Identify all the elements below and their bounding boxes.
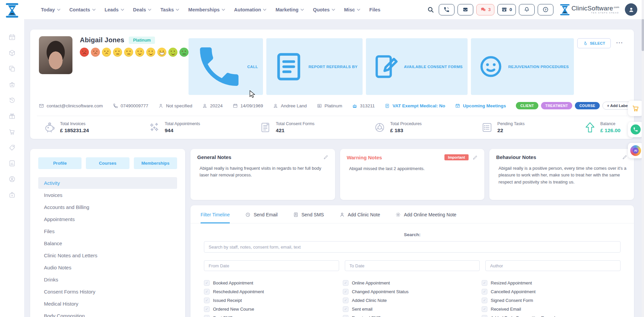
client-action-button[interactable]: CALL xyxy=(189,38,263,95)
nav-item[interactable]: Today xyxy=(41,7,60,12)
profile-tab[interactable]: Courses xyxy=(86,157,129,169)
page-scrollbar[interactable] xyxy=(642,0,644,317)
timeline-filter-option[interactable]: Rescheduled Appointment xyxy=(204,289,343,295)
menu-item[interactable]: Audio Notes xyxy=(38,262,177,273)
timeline-tab[interactable]: Send SMS xyxy=(293,212,324,223)
checkbox[interactable] xyxy=(482,306,487,312)
client-action-button[interactable]: AVAILABLE CONSENT FORMS xyxy=(366,38,468,95)
menu-item[interactable]: Balance xyxy=(38,237,177,249)
menu-item[interactable]: Accounts and Billing xyxy=(38,201,177,213)
nav-item[interactable]: Deals xyxy=(133,7,152,12)
tag-icon[interactable] xyxy=(8,144,16,151)
menu-item[interactable]: Consent Forms History xyxy=(38,286,177,298)
checkbox[interactable] xyxy=(204,315,210,317)
client-detail[interactable]: VAT Exempt Medical: No xyxy=(385,103,445,108)
checkbox[interactable] xyxy=(482,298,487,303)
help-button[interactable]: ? xyxy=(538,4,553,15)
nav-item[interactable]: Tasks xyxy=(160,7,179,12)
account-circle-icon[interactable] xyxy=(8,175,16,183)
satisfaction-emoji[interactable] xyxy=(146,48,155,57)
timeline-filter-option[interactable]: Changed Appointment Status xyxy=(343,289,482,295)
timeline-filter-option[interactable]: Signed Consent Form xyxy=(482,298,621,303)
menu-item[interactable]: Clinic Notes and Letters xyxy=(38,250,177,261)
nav-item[interactable]: Automation xyxy=(234,7,267,12)
bag-download-icon[interactable] xyxy=(8,81,16,88)
clinicsoftware-wordmark[interactable]: ClinicSoftware.com TEN STEPS AHEAD xyxy=(560,4,619,15)
timeline-filter-option[interactable]: Added Clinic Note xyxy=(343,298,482,303)
checkbox[interactable] xyxy=(343,289,348,295)
client-action-button[interactable]: REPORT REFERRALS BY xyxy=(266,38,363,95)
nav-item[interactable]: Contacts xyxy=(69,7,96,12)
satisfaction-emoji[interactable] xyxy=(113,48,122,57)
satisfaction-emoji[interactable] xyxy=(135,48,144,57)
client-detail[interactable]: 07490009777 xyxy=(113,103,149,108)
checkbox[interactable] xyxy=(482,280,487,286)
cart-icon[interactable] xyxy=(8,128,16,136)
satisfaction-emoji[interactable] xyxy=(179,48,189,57)
client-detail[interactable]: contact@clinicsoftware.com xyxy=(39,103,103,108)
package-icon[interactable] xyxy=(8,49,16,57)
menu-item[interactable]: Files xyxy=(38,225,177,237)
timeline-filter-option[interactable]: Ordered New Course xyxy=(204,306,343,312)
menu-item[interactable]: Activity xyxy=(38,177,177,189)
timeline-filter-option[interactable]: Resized Appointment xyxy=(482,280,621,286)
menu-item[interactable]: Appointments xyxy=(38,213,177,225)
checkbox[interactable] xyxy=(204,306,210,312)
satisfaction-emoji[interactable] xyxy=(102,48,111,57)
edit-pencil-icon[interactable] xyxy=(622,155,627,160)
client-detail[interactable]: 20224 xyxy=(202,103,223,108)
timeline-filter-option[interactable]: Received Email xyxy=(482,306,621,312)
nav-item[interactable]: Files xyxy=(369,7,380,12)
search-icon[interactable] xyxy=(427,6,434,13)
client-detail[interactable]: 14/09/1969 xyxy=(233,103,263,108)
timeline-filter-option[interactable]: Cancelled Appointment xyxy=(482,289,621,295)
nav-item[interactable]: Misc xyxy=(344,7,360,12)
nav-item[interactable]: Leads xyxy=(105,7,124,12)
client-label-pill[interactable]: COURSE xyxy=(575,102,599,109)
select-button[interactable]: SELECT xyxy=(577,38,611,48)
timeline-filter-option[interactable]: Sent email xyxy=(343,306,482,312)
menu-item[interactable]: Invoices xyxy=(38,189,177,201)
nav-item[interactable]: Memberships xyxy=(188,7,225,12)
checkbox[interactable] xyxy=(343,315,348,317)
satisfaction-emoji[interactable] xyxy=(157,48,166,57)
inbox-button[interactable] xyxy=(458,4,473,15)
history-icon[interactable] xyxy=(8,97,16,104)
checkbox[interactable] xyxy=(204,280,210,286)
from-date-input[interactable] xyxy=(204,260,339,271)
store-button[interactable]: 0 xyxy=(497,4,516,15)
timeline-filter-option[interactable]: Online Appointment xyxy=(343,280,482,286)
client-detail[interactable]: Andree Land xyxy=(273,103,307,108)
timeline-tab[interactable]: Add Clinic Note xyxy=(339,212,380,223)
timeline-filter-option[interactable]: Sent SMS xyxy=(204,315,343,317)
gift-icon[interactable] xyxy=(8,112,16,120)
checkbox[interactable] xyxy=(204,289,210,295)
menu-item[interactable]: Drinks xyxy=(38,274,177,285)
whatsapp-call-button[interactable] xyxy=(628,122,643,137)
client-detail[interactable]: 313211 xyxy=(352,103,375,108)
more-options-button[interactable]: ··· xyxy=(614,38,625,48)
profile-tab[interactable]: Profile xyxy=(38,157,82,169)
timeline-filter-option[interactable]: Added Body Composition Record xyxy=(482,315,621,317)
checkbox[interactable] xyxy=(343,306,348,312)
timeline-filter-option[interactable]: Booked Appointment xyxy=(204,280,343,286)
scrollbar-thumb[interactable] xyxy=(642,19,644,51)
quick-cart-button[interactable] xyxy=(628,101,643,116)
checkbox[interactable] xyxy=(343,298,348,303)
timeline-tab[interactable]: Filter Timeline xyxy=(201,212,230,223)
edit-pencil-icon[interactable] xyxy=(473,155,478,160)
client-action-button[interactable]: REJUVENATION PROCEDURES xyxy=(471,38,574,95)
satisfaction-emoji[interactable] xyxy=(80,48,89,57)
clinicsoftware-logo-icon[interactable] xyxy=(4,3,20,18)
user-avatar[interactable] xyxy=(625,3,637,16)
author-input[interactable] xyxy=(485,260,621,271)
client-photo[interactable] xyxy=(39,36,72,74)
briefcase-lock-icon[interactable] xyxy=(8,191,16,199)
menu-item[interactable]: Medical History xyxy=(38,298,177,310)
report-chart-icon[interactable] xyxy=(8,160,16,167)
satisfaction-emoji[interactable] xyxy=(91,48,100,57)
nav-item[interactable]: Marketing xyxy=(275,7,304,12)
edit-pencil-icon[interactable] xyxy=(323,155,328,160)
satisfaction-emoji[interactable] xyxy=(124,48,133,57)
satisfaction-emoji[interactable] xyxy=(168,48,177,57)
